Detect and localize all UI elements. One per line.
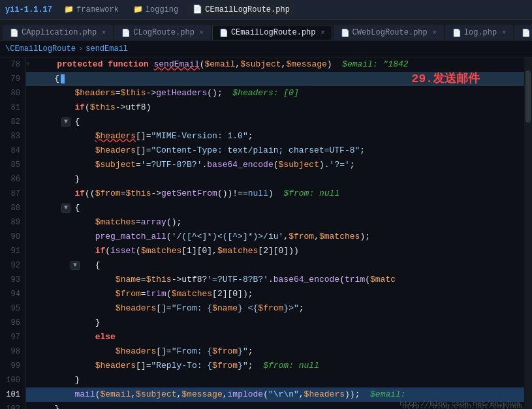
file-icon: 📄 [193, 5, 202, 14]
line-number-101: 101 [6, 387, 20, 402]
code-line-90: preg_match_all('/([^<]*)<([^>]*)>/iu',$f… [26, 230, 532, 244]
function-name: sendEmail [153, 57, 199, 72]
line-number-85: 85 [11, 158, 20, 172]
code-line-96: } [26, 316, 532, 330]
kw-if-87: if [74, 187, 85, 201]
var-headers-84: $headers [95, 144, 136, 158]
code-line-98: $headers[]="From: {$from}"; [26, 344, 532, 359]
line-number-86: 86 [11, 172, 20, 187]
var-headers: $headers [74, 86, 115, 100]
vertical-scrollbar[interactable] [524, 57, 532, 409]
code-line-78: ▼ protected function sendEmail($email,$s… [26, 57, 532, 72]
file-tab-label: CEmailLogRoute.php [231, 28, 316, 37]
file-tab-capplication[interactable]: 📄 CApplication.php × [3, 25, 113, 40]
close-icon[interactable]: × [321, 29, 325, 37]
var-headers-98: $headers [116, 344, 156, 359]
folder-icon: 📁 [133, 5, 143, 14]
code-line-85: $subject='=?UTF-8?B?'.base64_encode($sub… [26, 158, 532, 172]
code-line-80: $headers=$this->getHeaders(); $headers: … [26, 86, 532, 100]
line-number-93: 93 [11, 273, 20, 287]
file-icon: 📄 [10, 29, 19, 37]
code-content[interactable]: ▼ protected function sendEmail($email,$s… [26, 57, 532, 409]
brace-close-102: } [54, 402, 59, 409]
scrollbar-thumb[interactable] [525, 70, 531, 123]
var-matches-89: $matches [95, 215, 136, 230]
code-line-91: if(isset($matches[1][0],$matches[2][0])) [26, 244, 532, 258]
code-line-95: $headers[]="From: {$name} <{$from}>"; [26, 301, 532, 316]
line-number-88: 88 [11, 201, 20, 215]
debug-headers: $headers: [0] [232, 86, 298, 100]
file-tab-label: CApplication.php [22, 28, 97, 37]
title-tab-framework[interactable]: 📁 framework [59, 3, 124, 16]
close-icon[interactable]: × [433, 29, 437, 37]
line-number-90: 90 [11, 230, 20, 244]
line-number-92: 92 [11, 258, 20, 273]
code-line-79: { 29.发送邮件 [26, 72, 532, 86]
close-icon[interactable]: × [200, 29, 204, 37]
breadcrumb: \CEmailLogRoute › sendEmail [0, 40, 532, 57]
file-tab-cemaillogroute[interactable]: 📄 CEmailLogRoute.php × [212, 25, 332, 40]
breadcrumb-method[interactable]: sendEmail [86, 44, 128, 53]
file-icon: 📄 [341, 29, 350, 37]
var-headers-95: $headers [116, 301, 156, 316]
breadcrumb-class[interactable]: \CEmailLogRoute [5, 44, 76, 53]
code-line-84: $headers[]="Content-Type: text/plain; ch… [26, 144, 532, 158]
title-tab-cemaillogroute[interactable]: 📄 CEmailLogRoute.php [187, 3, 295, 16]
kw-else-97: else [95, 330, 116, 344]
var-headers-83: $headers [95, 129, 136, 144]
fn-mail: mail [74, 387, 95, 402]
line-number-87: 87 [11, 187, 20, 201]
folder-icon: 📁 [64, 5, 74, 14]
line-number-89: 89 [11, 215, 20, 230]
line-number-99: 99 [11, 359, 20, 373]
file-icon: 📄 [219, 29, 228, 37]
code-line-92: ▼ { [26, 258, 532, 273]
breadcrumb-sep: › [78, 44, 83, 53]
kw-if-91: if [95, 244, 106, 258]
file-tab-log[interactable]: 📄 log.php × [445, 25, 513, 40]
code-lines: ▼ protected function sendEmail($email,$s… [26, 57, 532, 409]
line-number-95: 95 [11, 301, 20, 316]
file-tab-label: log.php [464, 28, 497, 37]
code-line-88: ▼ { [26, 201, 532, 215]
file-tab-clogroute2[interactable]: 📄 CLogRo... × [514, 25, 532, 40]
line-number-98: 98 [11, 344, 20, 359]
fn-preg-match: preg_match_all [95, 230, 166, 244]
var-name-93: $name [116, 273, 141, 287]
line-number-84: 84 [11, 144, 20, 158]
brace-close-100: } [74, 373, 80, 387]
brace-open-82: { [74, 115, 80, 129]
line-number-91: 91 [11, 244, 20, 258]
line-number-102: 102 [6, 402, 20, 409]
title-tab-logging[interactable]: 📁 logging [128, 3, 183, 16]
title-bar: yii-1.1.17 📁 framework 📁 logging 📄 CEmai… [0, 0, 532, 20]
line-number-96: 96 [11, 316, 20, 330]
line-number-94: 94 [11, 287, 20, 301]
line-number-82: 82 [11, 115, 20, 129]
editor-area: 78 79 80 81 82 83 84 85 86 87 88 89 90 9… [0, 57, 532, 409]
brace-open-92: { [95, 258, 101, 273]
line-gutter: 78 79 80 81 82 83 84 85 86 87 88 89 90 9… [0, 57, 26, 409]
app-logo: yii-1.1.17 [5, 5, 52, 14]
var-headers-99: $headers [95, 359, 136, 373]
var-from-94: $from [116, 287, 141, 301]
line-number-83: 83 [11, 129, 20, 144]
code-line-87: if(($from=$this->getSentFrom())!==null) … [26, 187, 532, 201]
line-number-78: 78 [11, 57, 20, 72]
watermark: http://blog.csdn.net/enlyhua [397, 399, 523, 409]
code-line-97: else [26, 330, 532, 344]
code-line-83: $headers[]="MIME-Version: 1.0"; [26, 129, 532, 144]
file-tab-cweblogroute[interactable]: 📄 CWebLogRoute.php × [334, 25, 444, 40]
close-icon[interactable]: × [102, 29, 106, 37]
line-number-79: 79 [11, 72, 20, 86]
close-icon[interactable]: × [502, 29, 506, 37]
code-line-100: } [26, 373, 532, 387]
code-line-93: $name=$this->utf8 ? '=?UTF-8?B?'.base64_… [26, 273, 532, 287]
keyword-function: function [108, 57, 148, 72]
file-tab-clogroute[interactable]: 📄 CLogRoute.php × [114, 25, 211, 40]
brace-close-86: } [74, 172, 80, 187]
debug-from: $from: null [283, 187, 339, 201]
file-icon: 📄 [522, 29, 531, 37]
debug-from-99: $from: null [263, 359, 319, 373]
keyword-protected: protected [57, 57, 102, 72]
